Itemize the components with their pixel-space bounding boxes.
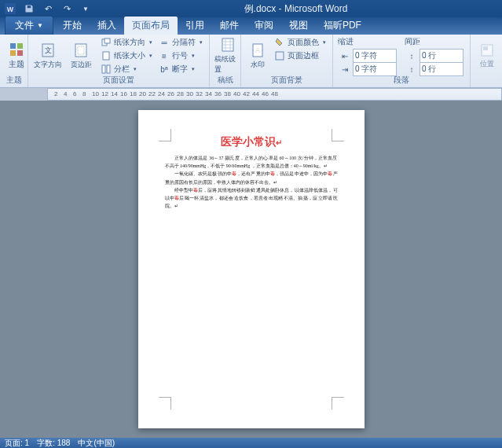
svg-rect-5 bbox=[17, 50, 23, 56]
paper-settings-button[interactable]: 稿纸设置 bbox=[214, 36, 241, 75]
document-content[interactable]: 医学小常识↵ 正常人的体温是 36～37 摄氏度，正常人的心率是 60～100 … bbox=[165, 135, 338, 210]
status-language[interactable]: 中文(中国) bbox=[78, 438, 115, 449]
theme-button[interactable]: 主题 bbox=[5, 36, 28, 75]
spacing-after-input[interactable]: ↕0 行 bbox=[405, 63, 465, 75]
group-page-background: A 水印 页面颜色▾ 页面边框 页面背景 bbox=[241, 35, 333, 87]
hyphen-icon: bª bbox=[159, 64, 170, 75]
document-title: 医学小常识↵ bbox=[165, 135, 338, 149]
spacing-before-icon: ↕ bbox=[406, 50, 417, 61]
indent-right-icon: ⇥ bbox=[339, 64, 350, 75]
undo-button[interactable]: ↶ bbox=[41, 2, 55, 16]
arrange-label: 排列 bbox=[471, 75, 502, 86]
group-arrange: 位置 自动换行 ◱ 上移一层▾ ◲ 下移一层▾ ▦ 选择窗格 bbox=[471, 35, 502, 87]
save-button[interactable] bbox=[22, 2, 36, 16]
qat-dropdown-icon[interactable]: ▼ bbox=[79, 2, 93, 16]
paragraph-0: 正常人的体温是 36～37 摄氏度，正常人的心率是 60～100 次/分钟，正常… bbox=[165, 154, 338, 170]
status-page[interactable]: 页面: 1 bbox=[5, 438, 29, 449]
ribbon-tabs: 文件 ▼ 开始插入页面布局引用邮件审阅视图福昕PDF bbox=[0, 17, 502, 35]
spacing-heading: 间距 bbox=[405, 36, 465, 47]
redo-button[interactable]: ↷ bbox=[60, 2, 74, 16]
breaks-icon: ═ bbox=[159, 37, 170, 48]
watermark-label: 水印 bbox=[251, 60, 265, 70]
tab-0[interactable]: 开始 bbox=[55, 17, 90, 35]
hyphen-label: 断字 bbox=[172, 64, 188, 75]
tab-file-label: 文件 bbox=[15, 19, 34, 32]
indent-heading: 缩进 bbox=[338, 36, 398, 47]
page-border-button[interactable]: 页面边框 bbox=[273, 50, 328, 62]
paragraph-label: 段落 bbox=[333, 75, 470, 86]
svg-rect-13 bbox=[102, 65, 105, 73]
tab-3[interactable]: 引用 bbox=[178, 17, 212, 35]
svg-text:A: A bbox=[255, 46, 260, 54]
indent-right-input[interactable]: ⇥0 字符 bbox=[338, 63, 398, 75]
group-theme: 主题 主题 bbox=[0, 35, 28, 87]
svg-rect-14 bbox=[107, 65, 110, 73]
columns-icon bbox=[101, 64, 112, 75]
svg-rect-8 bbox=[75, 44, 86, 57]
theme-label: 主题 bbox=[9, 59, 24, 70]
columns-button[interactable]: 分栏▾ bbox=[99, 63, 154, 75]
page-border-icon bbox=[274, 50, 285, 61]
tabs-container: 开始插入页面布局引用邮件审阅视图福昕PDF bbox=[55, 17, 369, 35]
chevron-down-icon: ▼ bbox=[37, 22, 43, 29]
text-direction-label: 文字方向 bbox=[34, 60, 62, 70]
page-bg-label: 页面背景 bbox=[241, 75, 332, 86]
breaks-button[interactable]: ═ 分隔符▾ bbox=[157, 36, 204, 49]
indent-left-input[interactable]: ⇤0 字符 bbox=[338, 50, 398, 62]
position-button[interactable]: 位置 bbox=[475, 36, 499, 75]
watermark-button[interactable]: A 水印 bbox=[246, 36, 269, 75]
line-numbers-button[interactable]: ≡ 行号▾ bbox=[157, 50, 204, 62]
line-no-label: 行号 bbox=[172, 50, 188, 61]
orientation-button[interactable]: 纸张方向▾ bbox=[99, 36, 154, 49]
status-words[interactable]: 字数: 188 bbox=[37, 438, 70, 449]
margin-mark-br bbox=[332, 397, 344, 409]
columns-label: 分栏 bbox=[114, 64, 130, 75]
size-icon bbox=[101, 50, 112, 61]
tab-4[interactable]: 邮件 bbox=[212, 17, 247, 35]
svg-rect-11 bbox=[104, 39, 110, 43]
group-paragraph: 缩进 ⇤0 字符 ⇥0 字符 间距 ↕0 行 ↕0 行 段落 bbox=[333, 35, 471, 87]
page-border-label: 页面边框 bbox=[288, 50, 319, 61]
margins-button[interactable]: 页边距 bbox=[66, 36, 96, 75]
group-paper: 稿纸设置 稿纸 bbox=[210, 35, 241, 87]
margins-label: 页边距 bbox=[71, 60, 92, 70]
tab-file[interactable]: 文件 ▼ bbox=[5, 16, 53, 35]
tab-1[interactable]: 插入 bbox=[90, 17, 124, 35]
size-label: 纸张大小 bbox=[114, 50, 145, 61]
svg-rect-23 bbox=[276, 52, 284, 60]
status-bar: 页面: 1 字数: 188 中文(中国) bbox=[0, 438, 502, 448]
window-title: 例.docx - Microsoft Word bbox=[93, 2, 499, 16]
ruler-container: 2468101214161820222426283032343638404244… bbox=[0, 88, 502, 101]
page-color-button[interactable]: 页面颜色▾ bbox=[273, 36, 328, 49]
horizontal-ruler[interactable]: 2468101214161820222426283032343638404244… bbox=[47, 88, 502, 101]
text-direction-button[interactable]: 文 文字方向 bbox=[33, 36, 63, 75]
ribbon: 主题 主题 文 文字方向 页边距 纸张方向▾ 纸张大小▾ bbox=[0, 35, 502, 88]
paper-size-button[interactable]: 纸张大小▾ bbox=[99, 50, 154, 62]
svg-rect-2 bbox=[10, 43, 16, 49]
tab-6[interactable]: 视图 bbox=[281, 17, 316, 35]
svg-text:文: 文 bbox=[45, 46, 52, 54]
margin-mark-bl bbox=[159, 397, 171, 409]
orientation-label: 纸张方向 bbox=[114, 37, 145, 48]
document-page: 医学小常识↵ 正常人的体温是 36～37 摄氏度，正常人的心率是 60～100 … bbox=[138, 110, 365, 428]
line-no-icon: ≡ bbox=[159, 50, 170, 61]
quick-access-toolbar: W ↶ ↷ ▼ bbox=[3, 2, 93, 16]
tab-2[interactable]: 页面布局 bbox=[124, 17, 178, 35]
indent-left-icon: ⇤ bbox=[339, 50, 350, 61]
orientation-icon bbox=[101, 37, 112, 48]
document-area[interactable]: 医学小常识↵ 正常人的体温是 36～37 摄氏度，正常人的心率是 60～100 … bbox=[0, 101, 502, 438]
position-label: 位置 bbox=[480, 59, 494, 69]
spacing-before-input[interactable]: ↕0 行 bbox=[405, 50, 465, 62]
word-icon: W bbox=[3, 2, 17, 16]
group-page-setup: 文 文字方向 页边距 纸张方向▾ 纸张大小▾ 分栏▾ bbox=[28, 35, 210, 87]
page-color-icon bbox=[274, 37, 285, 48]
hyphenation-button[interactable]: bª 断字▾ bbox=[157, 63, 204, 75]
svg-rect-4 bbox=[10, 50, 16, 56]
paragraph-1: 一氧化碳、农药是极强的中毒，还有严重的中毒，强品是中途中，因为中毒严重的原因有长… bbox=[165, 170, 338, 185]
tab-5[interactable]: 审阅 bbox=[247, 17, 281, 35]
tab-7[interactable]: 福昕PDF bbox=[316, 17, 369, 35]
svg-rect-12 bbox=[103, 52, 109, 60]
spacing-after-icon: ↕ bbox=[406, 64, 417, 75]
svg-rect-3 bbox=[17, 43, 23, 49]
paragraph-2: 经中型中毒后，应将其情地转移到新鲜通风处躺卧休息，以体温降低体温，可以中毒后喝一… bbox=[165, 186, 338, 211]
